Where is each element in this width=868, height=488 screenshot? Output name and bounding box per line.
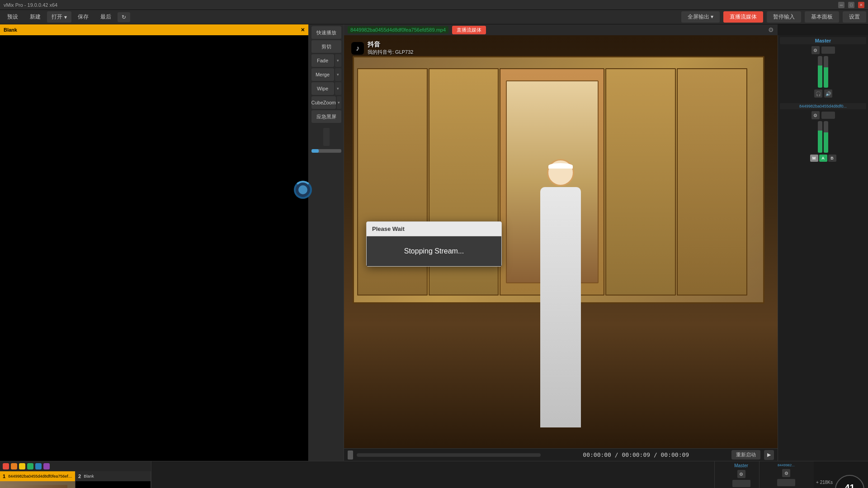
stopping-stream-modal: Please Wait Stopping Stream...	[366, 221, 502, 267]
modal-message: Stopping Stream...	[372, 244, 496, 259]
modal-header: Please Wait	[367, 222, 501, 236]
modal-body: Stopping Stream...	[367, 236, 501, 266]
modal-overlay: Please Wait Stopping Stream...	[0, 0, 868, 488]
